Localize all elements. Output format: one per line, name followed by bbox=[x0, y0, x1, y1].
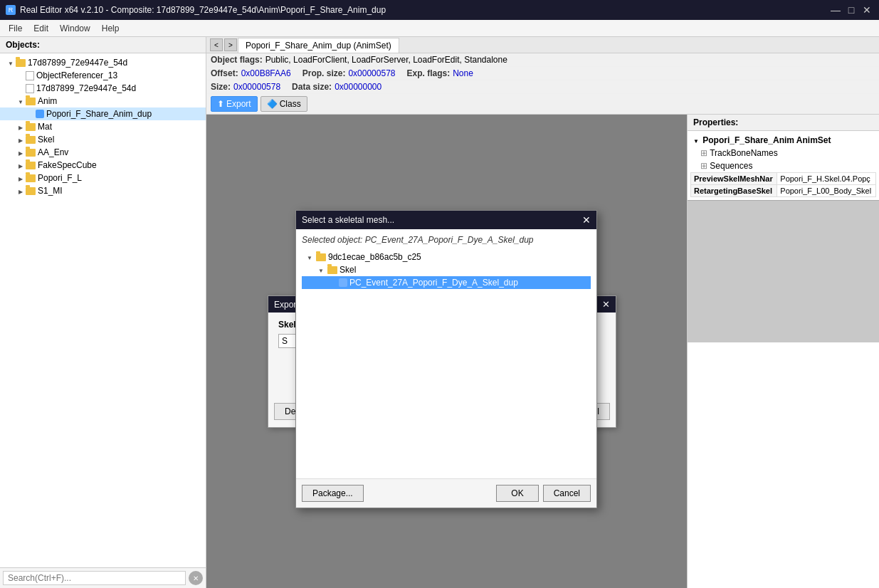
menu-edit[interactable]: Edit bbox=[28, 22, 54, 35]
prop-sequences-label: Sequences bbox=[710, 161, 752, 171]
offset-value: 0x00B8FAA6 bbox=[241, 68, 291, 78]
tree-item-aaenv[interactable]: AA_Env bbox=[0, 146, 206, 159]
tree-item-s1mi[interactable]: S1_MI bbox=[0, 184, 206, 197]
toolbar-row: ⬆ Export 🔷 Class bbox=[206, 94, 879, 115]
cancel-button[interactable]: Cancel bbox=[543, 485, 591, 502]
propsize-label: Prop. size: bbox=[302, 68, 346, 78]
tree-arrow-anim[interactable] bbox=[16, 98, 26, 105]
tree-arrow-aaenv[interactable] bbox=[16, 149, 26, 157]
prop-key-1: RetargetingBaseSkel bbox=[691, 185, 777, 197]
skeletal-tree: 9dc1ecae_b86ac5b_c25 Skel PC_Event_27A_P… bbox=[302, 251, 591, 289]
ok-button[interactable]: OK bbox=[496, 485, 538, 502]
tree-arrow-subfile[interactable] bbox=[16, 85, 26, 93]
search-clear-button[interactable]: ✕ bbox=[189, 571, 203, 585]
skeletal-dialog-footer: Package... OK Cancel bbox=[296, 478, 596, 508]
folder-icon-root bbox=[16, 59, 26, 67]
tree-item-root[interactable]: 17d87899_72e9447e_54d bbox=[0, 56, 206, 69]
size-value: 0x00000578 bbox=[233, 82, 280, 92]
dtree-item-root[interactable]: 9dc1ecae_b86ac5b_c25 bbox=[302, 251, 591, 263]
package-button[interactable]: Package... bbox=[302, 485, 364, 502]
flags-label: Object flags: bbox=[211, 55, 263, 65]
folder-icon-mat bbox=[26, 123, 36, 131]
dtree-arrow-root[interactable] bbox=[305, 253, 315, 261]
object-tree: 17d87899_72e9447e_54d ObjectReferencer_1… bbox=[0, 53, 206, 567]
active-tab[interactable]: Popori_F_Share_Anim_dup (AnimSet) bbox=[238, 38, 399, 53]
dtree-item-skel[interactable]: Skel bbox=[302, 263, 591, 276]
tree-item-subfile[interactable]: 17d87899_72e9447e_54d bbox=[0, 82, 206, 95]
tree-item-objref[interactable]: ObjectReferencer_13 bbox=[0, 69, 206, 82]
info-row-1: Offset: 0x00B8FAA6 Prop. size: 0x0000057… bbox=[206, 67, 879, 80]
datasize-item: Data size: 0x00000000 bbox=[292, 82, 381, 92]
dtree-blue-pcevent bbox=[339, 278, 347, 287]
class-icon: 🔷 bbox=[267, 99, 278, 109]
minimize-button[interactable]: — bbox=[829, 4, 842, 16]
properties-header: Properties: bbox=[688, 115, 879, 131]
tree-arrow-popori-l[interactable] bbox=[16, 174, 26, 182]
tree-arrow-fakespeccube[interactable] bbox=[16, 162, 26, 169]
folder-icon-aaenv bbox=[26, 149, 36, 157]
dtree-label-root: 9dc1ecae_b86ac5b_c25 bbox=[328, 252, 421, 262]
dtree-arrow-skel[interactable] bbox=[316, 266, 326, 274]
properties-panel: Properties: Popori_F_Share_Anim AnimSet … bbox=[687, 115, 879, 588]
tab-prev-button[interactable]: < bbox=[210, 38, 223, 51]
export-dialog-close[interactable]: ✕ bbox=[602, 299, 610, 310]
prop-val-1: Popori_F_L00_Body_Skel bbox=[777, 185, 876, 197]
blue-icon-popori-anim bbox=[36, 110, 44, 118]
skeletal-dialog-close[interactable]: ✕ bbox=[582, 214, 591, 226]
maximize-button[interactable]: □ bbox=[845, 4, 858, 16]
dtree-folder-skel bbox=[327, 266, 337, 274]
tree-item-popori-anim[interactable]: Popori_F_Share_Anim_dup bbox=[0, 107, 206, 120]
dtree-label-pcevent: PC_Event_27A_Popori_F_Dye_A_Skel_dup bbox=[349, 278, 518, 288]
tree-label-subfile: 17d87899_72e9447e_54d bbox=[36, 83, 136, 93]
title-bar-controls[interactable]: — □ ✕ bbox=[829, 4, 873, 16]
menu-help[interactable]: Help bbox=[96, 22, 125, 35]
tree-item-anim[interactable]: Anim bbox=[0, 95, 206, 107]
prop-trackbones[interactable]: ⊞ TrackBoneNames bbox=[698, 147, 876, 159]
tree-arrow-mat[interactable] bbox=[16, 123, 26, 131]
tree-arrow-popori-anim[interactable] bbox=[26, 110, 36, 118]
skeletal-mesh-dialog: Select a skeletal mesh... ✕ Selected obj… bbox=[295, 210, 597, 508]
title-bar: R Real Editor x64 v.2.10 - Composite: 17… bbox=[0, 0, 879, 20]
menu-file[interactable]: File bbox=[3, 22, 28, 35]
prop-row-0: PreviewSkelMeshNar Popori_F_H.Skel.04.Po… bbox=[691, 173, 876, 185]
propsize-item: Prop. size: 0x00000578 bbox=[302, 68, 396, 78]
tree-arrow-skel[interactable] bbox=[16, 136, 26, 144]
datasize-value: 0x00000000 bbox=[335, 82, 381, 92]
dtree-label-skel: Skel bbox=[340, 265, 356, 275]
skeletal-dialog-body: Selected object: PC_Event_27A_Popori_F_D… bbox=[296, 229, 596, 478]
properties-preview bbox=[688, 200, 879, 342]
tree-item-skel[interactable]: Skel bbox=[0, 133, 206, 146]
menu-bar: File Edit Window Help bbox=[0, 20, 879, 37]
skeletal-dialog-titlebar: Select a skeletal mesh... ✕ bbox=[296, 211, 596, 229]
prop-group-trackbones: ⊞ TrackBoneNames ⊞ Sequences bbox=[698, 147, 876, 172]
prop-sequences[interactable]: ⊞ Sequences bbox=[698, 159, 876, 172]
search-input[interactable] bbox=[3, 571, 186, 585]
tree-arrow-objref[interactable] bbox=[16, 72, 26, 80]
close-button[interactable]: ✕ bbox=[860, 4, 873, 16]
folder-icon-anim bbox=[26, 98, 36, 105]
tree-arrow-s1mi[interactable] bbox=[16, 187, 26, 195]
tree-label-mat: Mat bbox=[38, 122, 52, 132]
flags-value: Public, LoadForClient, LoadForServer, Lo… bbox=[265, 55, 507, 65]
prop-row-1: RetargetingBaseSkel Popori_F_L00_Body_Sk… bbox=[691, 185, 876, 197]
tab-next-button[interactable]: > bbox=[224, 38, 237, 51]
file-icon-objref bbox=[26, 71, 34, 80]
tree-item-mat[interactable]: Mat bbox=[0, 120, 206, 133]
menu-window[interactable]: Window bbox=[54, 22, 96, 35]
tree-label-popori-anim: Popori_F_Share_Anim_dup bbox=[46, 109, 152, 119]
class-label: Class bbox=[280, 99, 301, 109]
prop-root-expand[interactable] bbox=[693, 135, 699, 145]
dtree-arrow-pcevent bbox=[327, 279, 337, 287]
tree-label-skel: Skel bbox=[38, 135, 54, 145]
size-item: Size: 0x00000578 bbox=[211, 82, 280, 92]
export-button[interactable]: ⬆ Export bbox=[211, 96, 258, 112]
title-text: Real Editor x64 v.2.10 - Composite: 17d8… bbox=[20, 5, 386, 15]
search-bar: ✕ bbox=[0, 567, 206, 588]
app-icon: R bbox=[6, 5, 16, 15]
tree-arrow-root[interactable] bbox=[6, 59, 16, 67]
tree-item-fakespeccube[interactable]: FakeSpecCube bbox=[0, 159, 206, 172]
skeletal-selected-label: Selected object: PC_Event_27A_Popori_F_D… bbox=[302, 235, 591, 245]
class-button[interactable]: 🔷 Class bbox=[260, 96, 307, 112]
tree-item-popori-l[interactable]: Popori_F_L bbox=[0, 172, 206, 184]
dtree-item-pcevent[interactable]: PC_Event_27A_Popori_F_Dye_A_Skel_dup bbox=[302, 276, 591, 289]
